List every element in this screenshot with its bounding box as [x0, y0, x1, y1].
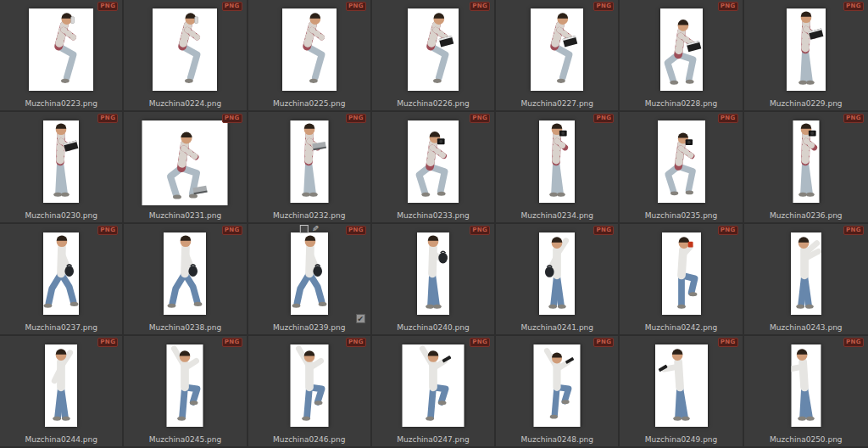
image-cell-Muzchina0240[interactable]: PNG ✎ ✔ Muzchina0240.png	[372, 224, 496, 336]
png-format-badge: PNG	[346, 114, 366, 123]
image-thumbnail[interactable]	[791, 232, 821, 315]
png-format-badge: PNG	[97, 338, 118, 347]
image-filename: Muzchina0239.png	[248, 323, 370, 332]
png-format-badge: PNG	[843, 114, 864, 123]
image-thumbnail[interactable]	[534, 344, 581, 427]
image-thumbnail[interactable]	[655, 344, 708, 427]
image-thumbnail[interactable]	[539, 232, 575, 315]
thumbnail-grid: PNG ✎ ✔ Muzchina0223.png PNG ✎ ✔ Muzchin…	[0, 0, 868, 448]
image-thumbnail[interactable]	[43, 232, 79, 315]
png-format-badge: PNG	[470, 2, 490, 11]
image-thumbnail[interactable]	[531, 8, 583, 91]
image-filename: Muzchina0240.png	[372, 323, 494, 332]
png-format-badge: PNG	[470, 226, 490, 235]
image-filename: Muzchina0250.png	[744, 435, 868, 444]
png-format-badge: PNG	[97, 226, 118, 235]
selection-checkbox[interactable]: ✔	[356, 314, 365, 323]
image-thumbnail[interactable]	[29, 8, 93, 91]
png-format-badge: PNG	[470, 338, 490, 347]
png-format-badge: PNG	[222, 114, 242, 123]
image-filename: Muzchina0245.png	[124, 435, 246, 444]
png-format-badge: PNG	[718, 2, 738, 11]
png-format-badge: PNG	[346, 226, 366, 235]
image-thumbnail[interactable]	[791, 344, 821, 427]
image-thumbnail[interactable]	[417, 232, 449, 315]
image-filename: Muzchina0230.png	[0, 211, 122, 220]
image-thumbnail[interactable]	[290, 344, 328, 427]
image-thumbnail[interactable]	[539, 120, 575, 203]
image-filename: Muzchina0244.png	[0, 435, 122, 444]
image-filename: Muzchina0236.png	[744, 211, 868, 220]
image-thumbnail[interactable]	[43, 120, 79, 203]
png-format-badge: PNG	[346, 338, 366, 347]
image-filename: Muzchina0243.png	[744, 323, 868, 332]
image-thumbnail[interactable]	[45, 344, 77, 427]
image-filename: Muzchina0224.png	[124, 99, 246, 108]
image-cell-Muzchina0233[interactable]: PNG ✎ ✔ Muzchina0233.png	[372, 112, 496, 224]
image-filename: Muzchina0237.png	[0, 323, 122, 332]
image-filename: Muzchina0223.png	[0, 99, 122, 108]
image-thumbnail[interactable]	[408, 8, 459, 91]
png-format-badge: PNG	[593, 226, 614, 235]
select-box-icon[interactable]	[300, 225, 309, 233]
image-filename: Muzchina0238.png	[124, 323, 246, 332]
image-thumbnail[interactable]	[164, 232, 206, 315]
image-filename: Muzchina0232.png	[248, 211, 370, 220]
image-cell-Muzchina0248[interactable]: PNG ✎ ✔ Muzchina0248.png	[496, 336, 620, 448]
image-cell-Muzchina0229[interactable]: PNG ✎ ✔ Muzchina0229.png	[744, 0, 868, 112]
image-cell-Muzchina0239[interactable]: PNG ✎ ✔ Muzchina0239.png	[248, 224, 372, 336]
image-cell-Muzchina0243[interactable]: PNG ✎ ✔ Muzchina0243.png	[744, 224, 868, 336]
image-cell-Muzchina0238[interactable]: PNG ✎ ✔ Muzchina0238.png	[124, 224, 248, 336]
image-cell-Muzchina0241[interactable]: PNG ✎ ✔ Muzchina0241.png	[496, 224, 620, 336]
image-cell-Muzchina0235[interactable]: PNG ✎ ✔ Muzchina0235.png	[620, 112, 743, 224]
image-thumbnail[interactable]	[167, 344, 203, 427]
png-format-badge: PNG	[346, 2, 366, 11]
image-filename: Muzchina0227.png	[496, 99, 618, 108]
image-cell-Muzchina0250[interactable]: PNG ✎ ✔ Muzchina0250.png	[744, 336, 868, 448]
image-filename: Muzchina0229.png	[744, 99, 868, 108]
image-thumbnail[interactable]	[142, 120, 228, 205]
image-cell-Muzchina0244[interactable]: PNG ✎ ✔ Muzchina0244.png	[0, 336, 124, 448]
image-filename: Muzchina0226.png	[372, 99, 494, 108]
image-filename: Muzchina0231.png	[124, 211, 246, 220]
image-cell-Muzchina0247[interactable]: PNG ✎ ✔ Muzchina0247.png	[372, 336, 496, 448]
image-thumbnail[interactable]	[153, 8, 217, 91]
image-cell-Muzchina0236[interactable]: PNG ✎ ✔ Muzchina0236.png	[744, 112, 868, 224]
png-format-badge: PNG	[843, 226, 864, 235]
image-cell-Muzchina0225[interactable]: PNG ✎ ✔ Muzchina0225.png	[248, 0, 372, 112]
image-cell-Muzchina0245[interactable]: PNG ✎ ✔ Muzchina0245.png	[124, 336, 248, 448]
image-thumbnail[interactable]	[291, 232, 328, 315]
image-thumbnail[interactable]	[408, 120, 459, 203]
image-cell-Muzchina0227[interactable]: PNG ✎ ✔ Muzchina0227.png	[496, 0, 620, 112]
image-cell-Muzchina0228[interactable]: PNG ✎ ✔ Muzchina0228.png	[620, 0, 743, 112]
image-cell-Muzchina0249[interactable]: PNG ✎ ✔ Muzchina0249.png	[620, 336, 743, 448]
edit-pencil-icon[interactable]: ✎	[312, 225, 319, 233]
image-thumbnail[interactable]	[290, 120, 328, 203]
image-cell-Muzchina0223[interactable]: PNG ✎ ✔ Muzchina0223.png	[0, 0, 124, 112]
image-thumbnail[interactable]	[662, 232, 701, 315]
image-thumbnail[interactable]	[402, 344, 464, 427]
image-thumbnail[interactable]	[660, 8, 703, 91]
image-cell-Muzchina0230[interactable]: PNG ✎ ✔ Muzchina0230.png	[0, 112, 124, 224]
image-cell-Muzchina0231[interactable]: PNG ✎ ✔ Muzchina0231.png	[124, 112, 248, 224]
png-format-badge: PNG	[97, 2, 118, 11]
image-cell-Muzchina0226[interactable]: PNG ✎ ✔ Muzchina0226.png	[372, 0, 496, 112]
image-cell-Muzchina0237[interactable]: PNG ✎ ✔ Muzchina0237.png	[0, 224, 124, 336]
image-filename: Muzchina0234.png	[496, 211, 618, 220]
png-format-badge: PNG	[222, 226, 242, 235]
image-cell-Muzchina0246[interactable]: PNG ✎ ✔ Muzchina0246.png	[248, 336, 372, 448]
png-format-badge: PNG	[718, 226, 738, 235]
png-format-badge: PNG	[843, 338, 864, 347]
image-thumbnail[interactable]	[658, 120, 705, 203]
image-cell-Muzchina0242[interactable]: PNG ✎ ✔ Muzchina0242.png	[620, 224, 743, 336]
image-thumbnail[interactable]	[787, 8, 826, 91]
image-cell-Muzchina0232[interactable]: PNG ✎ ✔ Muzchina0232.png	[248, 112, 372, 224]
image-filename: Muzchina0233.png	[372, 211, 494, 220]
png-format-badge: PNG	[593, 2, 614, 11]
image-cell-Muzchina0224[interactable]: PNG ✎ ✔ Muzchina0224.png	[124, 0, 248, 112]
image-cell-Muzchina0234[interactable]: PNG ✎ ✔ Muzchina0234.png	[496, 112, 620, 224]
image-thumbnail[interactable]	[793, 120, 819, 203]
png-format-badge: PNG	[718, 114, 738, 123]
image-thumbnail[interactable]	[282, 8, 337, 91]
image-filename: Muzchina0228.png	[620, 99, 742, 108]
